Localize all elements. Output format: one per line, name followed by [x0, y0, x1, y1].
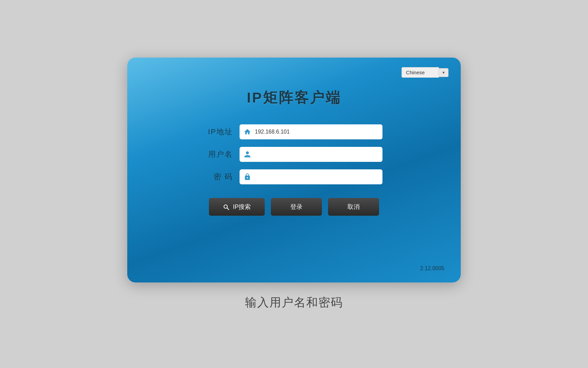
home-icon: [240, 124, 255, 139]
ip-address-row: IP地址: [206, 124, 382, 139]
login-label: 登录: [290, 203, 303, 211]
password-input-wrapper: [240, 169, 382, 184]
username-row: 用户名: [206, 147, 382, 162]
lock-icon: [240, 169, 255, 184]
language-dropdown-arrow-icon[interactable]: [439, 68, 448, 77]
ip-search-label: IP搜索: [233, 203, 251, 211]
username-label: 用户名: [206, 149, 233, 159]
login-card: Chinese English IP矩阵客户端 IP地址 用户名: [127, 58, 461, 282]
cancel-button[interactable]: 取消: [328, 198, 379, 216]
login-form: IP地址 用户名: [148, 124, 440, 184]
card-title: IP矩阵客户端: [247, 88, 341, 107]
version-text: 2.12.0005: [420, 265, 444, 272]
ip-address-input[interactable]: [255, 129, 382, 135]
cancel-label: 取消: [347, 203, 360, 211]
password-input[interactable]: [255, 174, 382, 180]
ip-address-label: IP地址: [206, 127, 233, 137]
password-label: 密 码: [206, 172, 233, 182]
bottom-hint: 输入用户名和密码: [245, 295, 343, 310]
search-icon: [223, 203, 229, 210]
action-buttons: IP搜索 登录 取消: [209, 198, 379, 216]
ip-address-input-wrapper: [240, 124, 382, 139]
language-selector-wrapper: Chinese English: [402, 67, 448, 78]
username-input-wrapper: [240, 147, 382, 162]
login-button[interactable]: 登录: [271, 198, 322, 216]
user-icon: [240, 147, 255, 162]
password-row: 密 码: [206, 169, 382, 184]
username-input[interactable]: [255, 151, 382, 157]
svg-line-1: [227, 208, 229, 210]
ip-search-button[interactable]: IP搜索: [209, 198, 264, 216]
language-select[interactable]: Chinese English: [402, 67, 439, 78]
